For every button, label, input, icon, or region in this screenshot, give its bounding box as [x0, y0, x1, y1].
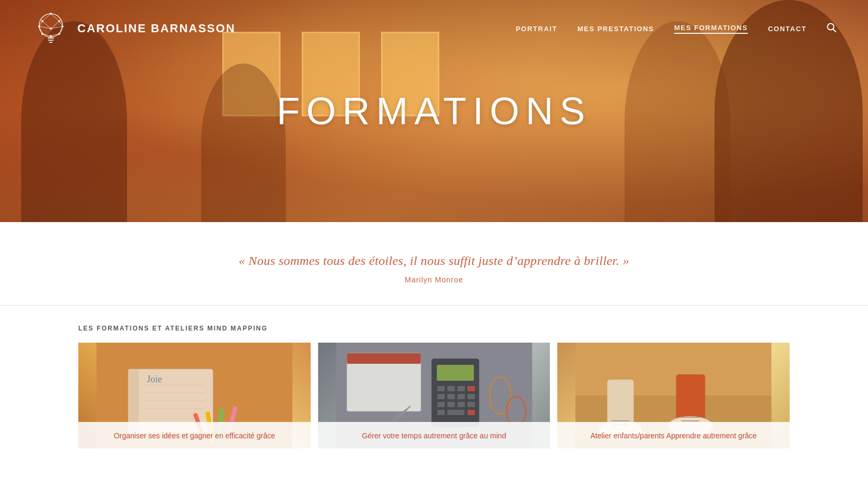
nav-portrait[interactable]: PORTRAIT: [516, 25, 557, 33]
site-header: CAROLINE BARNASSON PORTRAIT MES PRESTATI…: [0, 0, 868, 57]
hero-person-2: [201, 63, 286, 222]
svg-point-16: [50, 13, 52, 15]
svg-line-9: [39, 26, 42, 34]
card-gerer-temps[interactable]: Gérer votre temps autrement grâce au min…: [318, 343, 550, 448]
search-icon: [827, 23, 836, 32]
svg-point-19: [38, 25, 40, 27]
nav-contact[interactable]: CONTACT: [768, 25, 807, 33]
section-title: LES FORMATIONS ET ATELIERS MIND MAPPING: [0, 306, 868, 343]
card-2-caption: Gérer votre temps autrement grâce au min…: [318, 422, 550, 448]
svg-line-10: [59, 26, 62, 34]
card-organiser[interactable]: Joie Organiser ses idées et gagner en ef…: [78, 343, 311, 448]
svg-point-24: [50, 35, 52, 37]
logo-text: CAROLINE BARNASSON: [77, 22, 236, 35]
svg-line-26: [833, 29, 836, 32]
svg-point-21: [50, 27, 52, 30]
card-atelier-enfants[interactable]: Atelier enfants/parents Apprendre autrem…: [557, 343, 790, 448]
nav-formations[interactable]: MES FORMATIONS: [674, 24, 748, 34]
svg-point-18: [58, 20, 60, 22]
svg-point-20: [61, 25, 64, 27]
quote-section: « Nous sommes tous des étoiles, il nous …: [0, 222, 868, 306]
card-1-caption-text: Organiser ses idées et gagner en efficac…: [88, 430, 301, 441]
svg-point-17: [41, 20, 43, 22]
logo-icon: [32, 10, 70, 48]
search-button[interactable]: [827, 23, 836, 35]
main-nav: PORTRAIT MES PRESTATIONS MES FORMATIONS …: [516, 23, 836, 35]
nav-prestations[interactable]: MES PRESTATIONS: [577, 25, 654, 33]
card-2-caption-text: Gérer votre temps autrement grâce au min…: [328, 430, 541, 441]
svg-point-22: [41, 33, 43, 35]
quote-author: Marilyn Monroe: [21, 275, 847, 284]
quote-text: « Nous sommes tous des étoiles, il nous …: [21, 254, 847, 268]
card-1-caption: Organiser ses idées et gagner en efficac…: [78, 422, 311, 448]
hero-title: FORMATIONS: [277, 89, 592, 133]
svg-point-23: [58, 33, 60, 35]
card-3-caption: Atelier enfants/parents Apprendre autrem…: [557, 422, 790, 448]
card-3-caption-text: Atelier enfants/parents Apprendre autrem…: [567, 430, 780, 441]
cards-row: Joie Organiser ses idées et gagner en ef…: [0, 343, 868, 448]
logo-area[interactable]: CAROLINE BARNASSON: [32, 10, 236, 48]
